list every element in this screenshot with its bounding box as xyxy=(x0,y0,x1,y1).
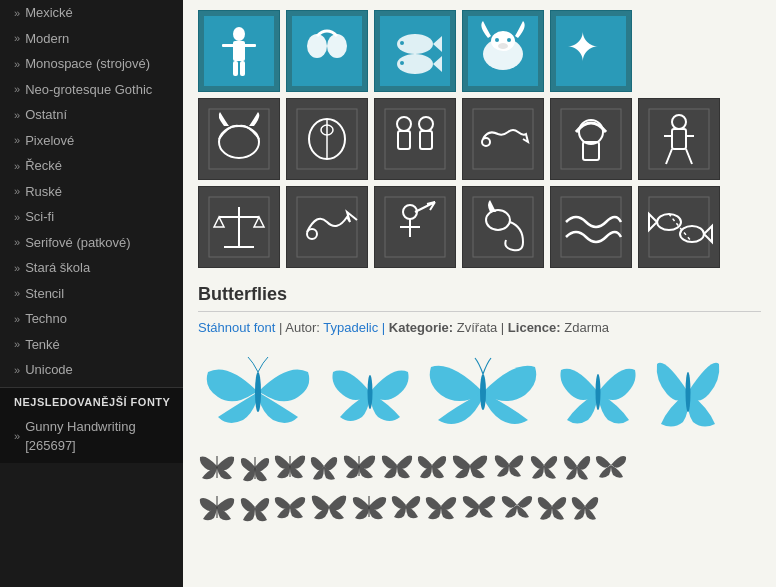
butterfly-sm-5 xyxy=(342,451,377,479)
butterfly-sm-r2-7 xyxy=(425,491,457,521)
zodiac-dark-5 xyxy=(550,98,632,180)
butterfly-sm-r2-5 xyxy=(352,491,387,521)
author-link[interactable]: Typadelic | xyxy=(323,320,385,335)
zodiac-dark-3 xyxy=(374,98,456,180)
svg-rect-52 xyxy=(292,192,362,262)
bullet-icon: » xyxy=(14,56,20,73)
svg-rect-22 xyxy=(204,104,274,174)
butterfly-sm-r2-10 xyxy=(537,491,567,521)
zodiac-row-dark-1 xyxy=(198,98,761,180)
sidebar-item-unicode[interactable]: » Unicode xyxy=(0,357,183,383)
butterfly-sm-6 xyxy=(381,451,413,479)
svg-point-19 xyxy=(498,43,508,49)
zodiac-tile-1 xyxy=(198,10,280,92)
sidebar-item-ostatni[interactable]: » Ostatní xyxy=(0,102,183,128)
svg-rect-4 xyxy=(233,61,238,76)
license-prefix: Licence: xyxy=(508,320,561,335)
butterfly-sm-r2-3 xyxy=(274,491,306,519)
sidebar-item-tenke[interactable]: » Tenké xyxy=(0,332,183,358)
zodiac-dark-6 xyxy=(638,98,720,180)
butterfly-sm-1 xyxy=(198,451,236,481)
svg-rect-39 xyxy=(556,104,626,174)
butterfly-small-row-2 xyxy=(198,487,761,527)
bullet-icon: » xyxy=(14,107,20,124)
main-content: ✦ xyxy=(183,0,776,587)
sidebar-item-serifove[interactable]: » Serifové (patkové) xyxy=(0,230,183,256)
zodiac-tile-2 xyxy=(286,10,368,92)
category-label: Kategorie: xyxy=(389,320,457,335)
bullet-icon: » xyxy=(14,183,20,200)
svg-point-69 xyxy=(480,374,486,410)
butterfly-small-row-1 xyxy=(198,447,761,487)
zodiac-dark-9 xyxy=(374,186,456,268)
butterfly-sm-r2-4 xyxy=(310,491,348,521)
butterfly-sm-r2-2 xyxy=(240,491,270,523)
butterfly-sm-r2-9 xyxy=(501,491,533,519)
bullet-icon: » xyxy=(14,30,20,47)
bullet-icon: » xyxy=(14,260,20,277)
sidebar-item-scifi[interactable]: » Sci-fi xyxy=(0,204,183,230)
author-prefix: | Autor: xyxy=(279,320,323,335)
bullet-icon: » xyxy=(14,5,20,22)
butterfly-sm-r2-1 xyxy=(198,491,236,521)
svg-point-7 xyxy=(307,34,327,58)
butterfly-sm-r2-8 xyxy=(461,491,497,519)
sidebar-item-mexicke[interactable]: » Mexické xyxy=(0,0,183,26)
butterfly-sm-3 xyxy=(274,451,306,479)
svg-point-1 xyxy=(233,27,245,41)
font-title: Butterflies xyxy=(198,284,761,312)
download-font-link[interactable]: Stáhnout font xyxy=(198,320,275,335)
butterfly-large-4 xyxy=(553,355,643,430)
butterfly-sm-r2-11 xyxy=(571,491,599,521)
bullet-icon: » xyxy=(14,285,20,302)
zodiac-dark-2 xyxy=(286,98,368,180)
bullet-icon: » xyxy=(14,311,20,328)
butterfly-sm-12 xyxy=(595,451,627,479)
svg-rect-3 xyxy=(222,44,256,47)
butterfly-large-5 xyxy=(653,352,723,432)
svg-point-13 xyxy=(400,61,404,65)
featured-section-title: NEJSLEDOVANĚJŠÍ FONTY xyxy=(0,396,183,414)
sidebar-item-modern[interactable]: » Modern xyxy=(0,26,183,52)
sidebar-item-neo-grotesque[interactable]: » Neo-grotesque Gothic xyxy=(0,77,183,103)
zodiac-tile-5: ✦ xyxy=(550,10,632,92)
bullet-icon: » xyxy=(14,81,20,98)
butterfly-large-1 xyxy=(198,352,318,432)
svg-text:✦: ✦ xyxy=(566,25,600,69)
license-value: Zdarma xyxy=(564,320,609,335)
sidebar-item-recke[interactable]: » Řecké xyxy=(0,153,183,179)
sidebar-item-gunny[interactable]: » Gunny Handwriting [265697] xyxy=(0,414,183,459)
license-label: Licence: xyxy=(508,320,564,335)
sidebar-item-techno[interactable]: » Techno xyxy=(0,306,183,332)
zodiac-row-dark-2 xyxy=(198,186,761,268)
sidebar-item-monospace[interactable]: » Monospace (strojové) xyxy=(0,51,183,77)
bullet-icon: » xyxy=(14,336,20,353)
svg-point-70 xyxy=(596,374,601,410)
font-section: Butterflies Stáhnout font | Autor: Typad… xyxy=(183,279,776,532)
butterfly-sm-11 xyxy=(563,451,591,481)
svg-point-17 xyxy=(495,38,499,42)
zodiac-dark-10 xyxy=(462,186,544,268)
bullet-icon: » xyxy=(14,428,20,445)
zodiac-dark-12 xyxy=(638,186,720,268)
butterfly-sm-7 xyxy=(417,451,447,479)
svg-point-71 xyxy=(686,372,691,412)
sidebar-item-stara-skola[interactable]: » Stará škola xyxy=(0,255,183,281)
svg-point-68 xyxy=(368,375,373,409)
category-prefix: Kategorie: xyxy=(389,320,453,335)
zodiac-dark-1 xyxy=(198,98,280,180)
zodiac-row-teal: ✦ xyxy=(198,10,761,92)
featured-section: NEJSLEDOVANĚJŠÍ FONTY » Gunny Handwritin… xyxy=(0,387,183,463)
butterfly-large-3 xyxy=(423,355,543,430)
sidebar-item-stencil[interactable]: » Stencil xyxy=(0,281,183,307)
svg-point-8 xyxy=(327,34,347,58)
butterfly-large-2 xyxy=(328,357,413,427)
butterfly-sm-r2-6 xyxy=(391,491,421,519)
sidebar-item-pixelove[interactable]: » Pixelové xyxy=(0,128,183,154)
svg-point-11 xyxy=(400,41,404,45)
font-meta: Stáhnout font | Autor: Typadelic | Kateg… xyxy=(198,320,761,335)
sidebar: » Mexické » Modern » Monospace (strojové… xyxy=(0,0,183,587)
sidebar-item-ruske[interactable]: » Ruské xyxy=(0,179,183,205)
zodiac-dark-11 xyxy=(550,186,632,268)
svg-rect-5 xyxy=(240,61,245,76)
